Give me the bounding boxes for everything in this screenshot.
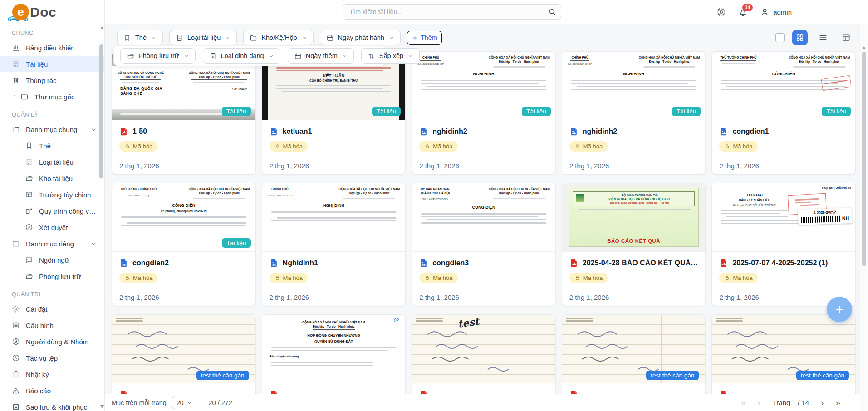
- sidebar-item[interactable]: Nhật ký: [0, 366, 104, 382]
- lock-icon: [124, 143, 130, 149]
- sidebar-item[interactable]: Sao lưu & khôi phục: [0, 399, 104, 411]
- scrollbar-thumb[interactable]: [862, 52, 866, 266]
- sidebar-item[interactable]: Báo cáo: [0, 382, 104, 399]
- sidebar-item[interactable]: Cài đặt: [0, 301, 104, 317]
- sidebar-scrollbar[interactable]: [99, 25, 103, 409]
- workflow-icon: [25, 207, 33, 215]
- folder-icon: [12, 125, 20, 133]
- app-logo[interactable]: e Doc: [0, 0, 104, 28]
- document-preview: test: [412, 315, 555, 383]
- test-tag-badge: test thẻ cần gán: [646, 371, 699, 380]
- logo-text: Doc: [30, 4, 56, 20]
- sidebar-item[interactable]: Tài liệu: [0, 56, 104, 72]
- scrollbar-thumb[interactable]: [99, 44, 103, 179]
- lock-icon: [275, 275, 280, 281]
- sidebar-item[interactable]: Kho tài liệu: [0, 170, 104, 186]
- document-card[interactable]: THỦ TƯỚNG CHÍNH PHỦCỘNG HÒA XÃ HỘI CHỦ N…: [711, 51, 856, 175]
- sidebar-item[interactable]: Tác vụ tệp: [0, 350, 104, 366]
- filter-chip[interactable]: Thẻ: [117, 30, 163, 45]
- sidebar-item-label: Loại tài liệu: [39, 158, 74, 166]
- document-card[interactable]: Phụ lục 1 -Mẫu số 03TỜ KHAIĐĂNG KÝ NHÃN …: [711, 183, 856, 306]
- sidebar-section-label: CHUNG: [0, 28, 104, 39]
- list-view-button[interactable]: [815, 30, 831, 45]
- scroll-down-icon[interactable]: [100, 405, 104, 408]
- add-document-fab[interactable]: +: [827, 297, 852, 322]
- filter-chip[interactable]: Loại tài liệu: [169, 30, 237, 45]
- table-view-button[interactable]: [839, 30, 854, 45]
- sidebar-item[interactable]: Danh mục riêng: [0, 235, 104, 252]
- chevron-down-icon: [301, 35, 307, 41]
- sidebar-item[interactable]: Loại tài liệu: [0, 154, 104, 170]
- sidebar-item-label: Bảng điều khiển: [26, 44, 75, 52]
- chevron-down-icon: [388, 35, 394, 41]
- document-preview: Phụ lục 1 -Mẫu số 03TỜ KHAIĐĂNG KÝ NHÃN …: [712, 183, 855, 251]
- settings-gear-button[interactable]: [716, 7, 726, 17]
- document-card[interactable]: KẾT LUẬNCỦA BỘ CHÍNH TRỊ, BAN BÍ THƯTài …: [262, 51, 406, 175]
- content-scrollbar[interactable]: [860, 24, 868, 411]
- sidebar-item[interactable]: Xét duyệt: [0, 219, 104, 235]
- document-card[interactable]: BỘ GIAO THÔNG VẬN TẢIVIỆN KHOA HỌC VÀ CÔ…: [562, 183, 706, 306]
- document-title: nghidinh2: [432, 127, 467, 136]
- notifications-button[interactable]: 14: [738, 7, 748, 17]
- sidebar-item-label: Nhật ký: [26, 371, 49, 378]
- filter-chip[interactable]: Kho/Kệ/Hộp: [243, 30, 313, 45]
- chevron-down-icon: [342, 53, 348, 59]
- sidebar-item[interactable]: Quy trình công việc: [0, 203, 104, 219]
- document-preview: 02CỘNG HÒA XÃ HỘI CHỦ NGHĨA VIỆT NAMĐộc …: [262, 315, 406, 383]
- encrypted-badge: Mã hóa: [119, 141, 157, 152]
- scroll-up-icon[interactable]: [862, 46, 866, 49]
- sidebar-item[interactable]: Bảng điều khiển: [0, 39, 104, 56]
- document-thumbnail: test thẻ cần gán: [712, 315, 855, 383]
- document-card[interactable]: CHÍNH PHỦSố: 238/2025/NĐ-CPCỘNG HÒA XÃ H…: [412, 51, 556, 175]
- sidebar-item-label: Thùng rác: [26, 77, 57, 84]
- sidebar-item[interactable]: Danh mục chung: [0, 121, 104, 137]
- document-title: 2025-07-07 4-2025-20252 (1): [732, 259, 828, 267]
- sidebar-item[interactable]: Thư mục gốc: [0, 88, 104, 105]
- filter-chip[interactable]: Ngày thêm: [288, 48, 354, 64]
- encrypted-badge: Mã hóa: [419, 141, 457, 152]
- first-page-button[interactable]: «: [741, 398, 746, 407]
- document-type-badge: Tài liệu: [372, 107, 401, 116]
- sidebar-item-label: Phòng lưu trữ: [39, 273, 81, 280]
- filter-chip[interactable]: Ngày phát hành: [320, 30, 401, 45]
- user-menu[interactable]: admin: [760, 7, 792, 17]
- document-card[interactable]: ỦY BAN NHÂN DÂNTHÀNH PHỐ HÀ NỘISố: 14/CĐ…: [412, 183, 556, 306]
- last-page-button[interactable]: »: [835, 398, 840, 407]
- user-icon: [760, 7, 770, 17]
- search-input[interactable]: [343, 4, 561, 20]
- filter-chip[interactable]: Loại định dạng: [203, 48, 280, 64]
- grid-view-button[interactable]: [792, 30, 808, 45]
- chevron-down-icon: [225, 35, 230, 41]
- topbar: 14 admin: [104, 0, 868, 24]
- lock-icon: [424, 275, 430, 281]
- documents-grid: BỘ KHOA HỌC VÀ CÔNG NGHỆCỤC SỞ HỮU TRÍ T…: [104, 51, 860, 411]
- sidebar: e Doc CHUNGBảng điều khiểnTài liệuThùng …: [0, 0, 105, 411]
- sidebar-item[interactable]: Cấu hình: [0, 317, 104, 333]
- document-title: Nghidinh1: [283, 259, 318, 267]
- sort-icon: [368, 52, 375, 60]
- document-card[interactable]: BỘ KHOA HỌC VÀ CÔNG NGHỆCỤC SỞ HỮU TRÍ T…: [112, 51, 256, 175]
- filter-more-button[interactable]: Thêm: [407, 31, 442, 45]
- document-card[interactable]: THỦ TƯỚNG CHÍNH PHỦSố: 1065/CĐ-TTgCỘNG H…: [112, 183, 256, 306]
- filter-chip[interactable]: Sắp xếp: [361, 48, 420, 64]
- per-page-select[interactable]: 20: [172, 396, 197, 409]
- document-card[interactable]: CHÍNH PHỦSố: 35/2023/NĐ-CPCỘNG HÒA XÃ HỘ…: [562, 51, 706, 175]
- page-indicator: Trang 1 / 14: [773, 399, 809, 406]
- sidebar-item[interactable]: Ngôn ngữ: [0, 252, 104, 268]
- document-date: 2 thg 1, 2026: [119, 157, 248, 174]
- next-page-button[interactable]: ›: [821, 398, 824, 407]
- lock-icon: [574, 143, 580, 149]
- encrypted-badge: Mã hóa: [719, 273, 757, 283]
- select-all-checkbox[interactable]: [775, 33, 785, 42]
- sidebar-item[interactable]: Phòng lưu trữ: [0, 268, 104, 284]
- prev-page-button[interactable]: ‹: [758, 398, 760, 407]
- scroll-up-icon[interactable]: [100, 26, 104, 29]
- sidebar-item[interactable]: Thẻ: [0, 137, 104, 154]
- document-card[interactable]: CHÍNH PHỦSố: 31/2021/NĐ-CPCỘNG HÒA XÃ HỘ…: [262, 183, 406, 306]
- sidebar-item-label: Cấu hình: [26, 322, 54, 329]
- sidebar-item[interactable]: Trường tùy chỉnh: [0, 186, 104, 203]
- filter-chip[interactable]: Phòng lưu trữ: [120, 48, 196, 64]
- sidebar-item[interactable]: Người dùng & Nhóm: [0, 333, 104, 350]
- search-icon[interactable]: [548, 8, 556, 16]
- sidebar-item[interactable]: Thùng rác: [0, 72, 104, 88]
